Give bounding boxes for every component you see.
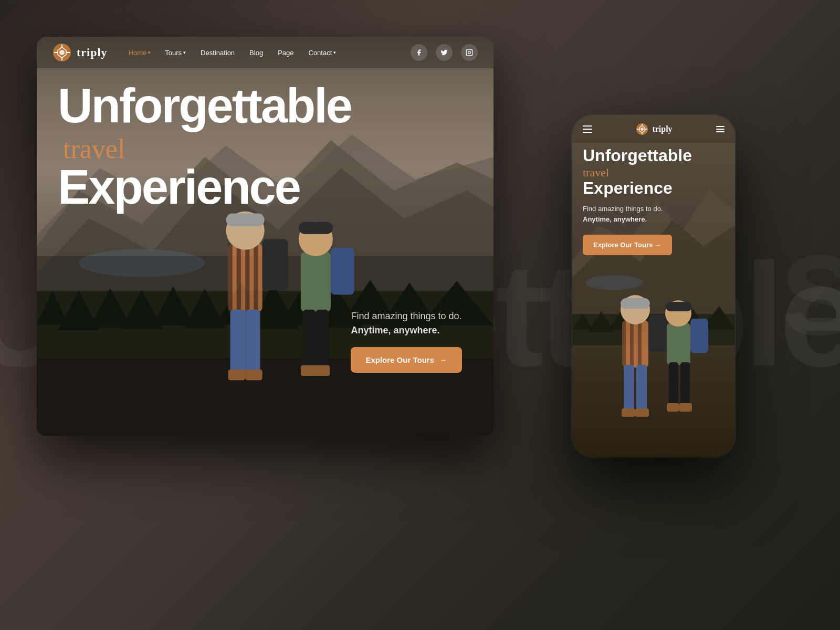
svg-rect-71	[666, 302, 692, 311]
svg-rect-68	[648, 315, 668, 352]
svg-rect-30	[301, 252, 331, 312]
mobile-logo-text: triply	[652, 124, 672, 134]
svg-rect-60	[630, 320, 634, 368]
svg-rect-64	[624, 365, 634, 412]
svg-rect-25	[230, 310, 246, 374]
mobile-hero-script: travel	[583, 166, 724, 180]
svg-rect-26	[245, 310, 260, 374]
svg-rect-21	[245, 244, 249, 312]
svg-rect-72	[669, 362, 678, 407]
mobile-logo-icon	[636, 123, 648, 135]
desktop-logo[interactable]: triply	[52, 43, 108, 62]
svg-rect-58	[622, 320, 648, 368]
desktop-explore-button[interactable]: Explore Our Tours →	[351, 347, 462, 373]
svg-rect-69	[667, 323, 690, 365]
svg-rect-75	[679, 403, 692, 412]
mobile-couple-figure	[604, 257, 709, 457]
nav-contact-label: Contact	[309, 49, 332, 57]
svg-rect-27	[228, 370, 246, 380]
nav-tours-label: Tours	[165, 49, 182, 57]
svg-rect-61	[638, 320, 642, 368]
instagram-icon[interactable]	[461, 44, 478, 61]
svg-rect-74	[667, 403, 679, 412]
facebook-icon[interactable]	[411, 44, 427, 61]
svg-rect-37	[331, 248, 354, 295]
desktop-nav-items: Home Tours ▾ Destination Blog Page Conta…	[129, 49, 411, 57]
twitter-icon[interactable]	[436, 44, 453, 61]
desktop-hero-content: Unforgettable travel Experience	[58, 84, 351, 209]
svg-rect-33	[303, 310, 316, 370]
menu-line-1	[583, 125, 592, 127]
svg-rect-66	[622, 408, 635, 417]
mobile-hero-title-1: Unforgettable	[583, 147, 724, 164]
mobile-menu-button[interactable]	[583, 125, 592, 133]
svg-rect-29	[262, 239, 288, 290]
nav-page-label: Page	[278, 49, 293, 57]
svg-rect-73	[680, 362, 690, 407]
nav-destination[interactable]: Destination	[201, 49, 235, 57]
svg-point-45	[468, 51, 471, 54]
menu-line-3	[583, 132, 592, 133]
nav-page[interactable]: Page	[278, 49, 293, 57]
mobile-logo[interactable]: triply	[636, 123, 672, 135]
mobile-hero-content: Unforgettable travel Expe­rience Find am…	[583, 147, 724, 255]
svg-rect-76	[690, 319, 708, 353]
menu-line-2	[583, 129, 592, 130]
svg-rect-65	[636, 365, 647, 412]
svg-point-78	[640, 128, 644, 131]
desktop-hero-title-2: Experience	[58, 165, 351, 209]
mobile-subtitle-text: Find amazing things to do.	[583, 205, 663, 213]
mobile-subtitle-bold: Anytime, anywhere.	[583, 214, 724, 225]
desktop-subtitle-1: Find amazing things to do.	[351, 309, 462, 323]
nav-contact[interactable]: Contact ▾	[309, 49, 337, 57]
mobile-navbar: triply	[572, 116, 735, 143]
nav-blog-label: Blog	[249, 49, 263, 57]
svg-rect-59	[622, 320, 626, 368]
mobile-hero-title-2: Expe­rience	[583, 180, 724, 196]
desktop-navbar: triply Home Tours ▾ Destination Blog Pag…	[37, 37, 494, 68]
nav-home[interactable]: Home	[129, 49, 151, 57]
desktop-subtitle-2: Anytime, anywhere.	[351, 323, 462, 338]
nav-dot-3	[716, 131, 724, 132]
mobile-nav-toggle[interactable]	[716, 126, 724, 132]
svg-point-39	[59, 50, 65, 55]
nav-tours[interactable]: Tours ▾	[165, 49, 186, 57]
nav-blog[interactable]: Blog	[249, 49, 263, 57]
svg-rect-34	[316, 310, 328, 370]
svg-rect-20	[237, 244, 241, 312]
svg-rect-44	[466, 49, 472, 56]
svg-rect-36	[313, 365, 330, 376]
desktop-cta-area: Find amazing things to do. Anytime, anyw…	[351, 309, 462, 373]
mobile-explore-button[interactable]: Explore Our Tours →	[583, 235, 672, 255]
bg-overlay-text-right: s	[779, 200, 840, 368]
mobile-mockup: triply Unforgettable travel Expe­rience …	[572, 116, 735, 457]
desktop-hero-title-1: Unforgettable	[58, 84, 351, 128]
desktop-cta-arrow: →	[439, 355, 447, 364]
mobile-subtitle: Find amazing things to do. Anytime, anyw…	[583, 204, 724, 224]
nav-home-label: Home	[129, 49, 147, 57]
logo-text: triply	[77, 46, 108, 59]
svg-rect-67	[635, 408, 649, 417]
desktop-mockup: triply Home Tours ▾ Destination Blog Pag…	[37, 37, 494, 436]
svg-rect-22	[254, 244, 258, 312]
logo-icon	[52, 43, 71, 62]
svg-rect-24	[226, 214, 264, 226]
mobile-cta-label: Explore Our Tours →	[593, 241, 662, 249]
nav-home-dot	[148, 51, 150, 54]
nav-dot-1	[716, 126, 724, 127]
nav-contact-arrow: ▾	[333, 50, 336, 55]
svg-rect-19	[228, 244, 233, 312]
nav-dot-2	[716, 129, 724, 130]
svg-rect-32	[299, 222, 333, 234]
nav-destination-label: Destination	[201, 49, 235, 57]
svg-rect-28	[245, 370, 262, 380]
svg-rect-63	[621, 298, 650, 309]
social-icons-group	[411, 44, 478, 61]
desktop-cta-label: Explore Our Tours	[365, 355, 434, 364]
svg-point-46	[471, 50, 471, 51]
nav-tours-arrow: ▾	[183, 50, 186, 55]
